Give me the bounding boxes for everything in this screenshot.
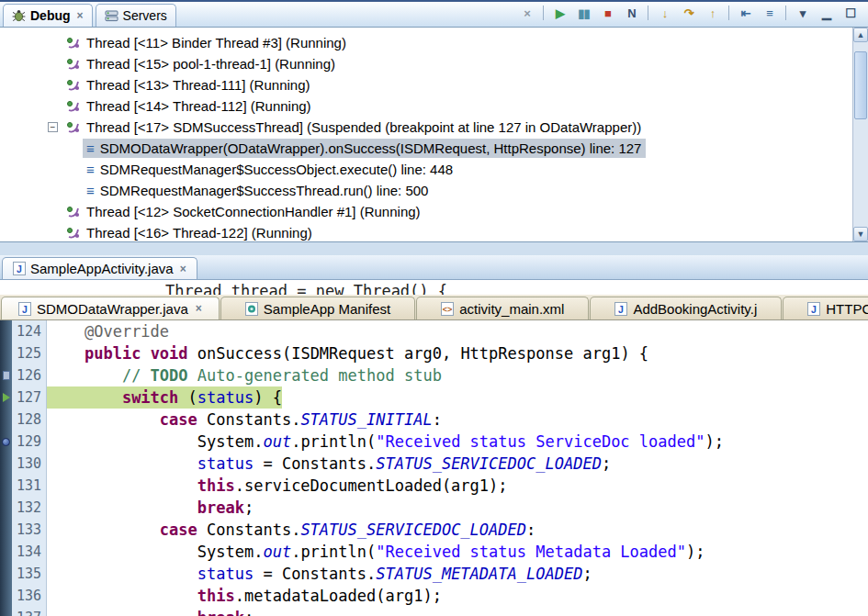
resume-icon: ▶ — [556, 7, 564, 19]
stack-frame-item[interactable]: ≡SDMODataWrapper(ODataWrapper).onSuccess… — [0, 138, 852, 159]
breakpoint-ruler-cell[interactable] — [0, 607, 12, 616]
editor-tab-addbookingactivity-j[interactable]: JAddBookingActivity.j — [590, 297, 782, 319]
breakpoint-ruler-cell[interactable] — [0, 320, 12, 342]
toggle-spacer — [46, 99, 61, 114]
close-icon[interactable]: × — [196, 302, 202, 315]
token: public — [85, 344, 141, 363]
code-text-cell[interactable]: status = Constants.STATUS_METADATA_LOADE… — [47, 563, 868, 585]
suspend-button[interactable]: ▮▮ — [573, 4, 594, 22]
view-tab-servers[interactable]: Servers — [96, 4, 176, 27]
code-text-cell[interactable]: this.serviceDocumentLoaded(arg1); — [47, 475, 868, 497]
token: Constants. — [197, 521, 301, 539]
view-tab-debug[interactable]: Debug× — [3, 4, 93, 27]
code-line-text: status = Constants.STATUS_METADATA_LOADE… — [47, 563, 592, 585]
collapse-toggle[interactable]: − — [48, 122, 58, 132]
instruction-pointer-icon — [3, 393, 10, 402]
breakpoint-ruler-cell[interactable] — [0, 585, 12, 607]
token: ; — [244, 498, 254, 517]
code-text-cell[interactable]: public void onSuccess(ISDMRequest arg0, … — [47, 342, 868, 364]
code-line: 127 switch (status) { — [0, 386, 868, 409]
debug-scrollbar[interactable]: ▲ ▼ — [852, 28, 868, 241]
code-line-text: System.out.println("Received status Meta… — [47, 541, 705, 563]
breakpoint-ruler-cell[interactable] — [0, 431, 12, 453]
breakpoint-ruler-cell[interactable] — [0, 497, 12, 519]
scrollbar-track[interactable] — [853, 42, 868, 227]
remove-all-terminated-button[interactable]: × — [516, 4, 537, 22]
use-step-filters-button[interactable]: ≡ — [759, 4, 780, 22]
editor-tab-httpodata[interactable]: JHTTPOData — [783, 297, 868, 319]
indent — [47, 454, 197, 473]
thread-item[interactable]: Thread [<14> Thread-112] (Running) — [0, 95, 852, 117]
token: .println( — [291, 432, 376, 451]
token: // — [122, 366, 151, 385]
thread-item[interactable]: Thread [<11> Binder Thread #3] (Running) — [0, 32, 852, 53]
token: ; — [602, 454, 611, 473]
scrollbar-thumb[interactable] — [854, 51, 867, 119]
code-text-cell[interactable]: case Constants.STATUS_SERVICEDOC_LOADED: — [47, 519, 868, 541]
close-icon[interactable]: × — [180, 263, 186, 275]
line-number: 131 — [12, 475, 47, 497]
svg-text:J: J — [811, 303, 817, 314]
breakpoint-ruler-cell[interactable] — [0, 453, 12, 475]
editor-tab-row: JSDMODataWrapper.java×SampleApp Manifest… — [0, 295, 868, 320]
breakpoint-ruler-cell[interactable] — [0, 386, 12, 409]
token: Auto-generated method stub — [188, 366, 442, 385]
code-text-cell[interactable]: break; — [47, 497, 868, 519]
scroll-down-button[interactable]: ▼ — [853, 227, 868, 241]
step-return-button[interactable]: ↑ — [702, 4, 723, 22]
editor-tab-sdmodatawrapper-java[interactable]: JSDMODataWrapper.java× — [1, 297, 220, 319]
breakpoint-ruler-cell[interactable] — [0, 475, 12, 497]
minimize-button[interactable]: ▁ — [816, 4, 837, 22]
breakpoint-ruler-cell[interactable] — [0, 563, 12, 585]
thread-item[interactable]: Thread [<16> Thread-122] (Running) — [0, 222, 852, 241]
disconnect-button[interactable]: N — [621, 4, 642, 22]
editor-tab-label: AddBookingActivity.j — [633, 301, 757, 317]
editor-tab-sampleapp-manifest[interactable]: SampleApp Manifest — [220, 297, 415, 319]
code-text-cell[interactable]: System.out.println("Received status Serv… — [47, 431, 868, 453]
scroll-up-button[interactable]: ▲ — [853, 28, 868, 42]
code-text-cell[interactable]: // TODO Auto-generated method stub — [47, 364, 868, 386]
tree-row-content: ≡SDMRequestManager$SuccessThread.run() l… — [83, 181, 433, 200]
view-menu-icon: ▾ — [800, 7, 806, 19]
indent — [47, 344, 85, 363]
resume-button[interactable]: ▶ — [549, 4, 570, 22]
token: .metadataLoaded(arg1); — [235, 587, 442, 605]
thread-icon — [66, 36, 81, 50]
step-over-button[interactable]: ↷ — [678, 4, 699, 22]
close-icon[interactable]: × — [77, 9, 84, 22]
view-menu-button[interactable]: ▾ — [792, 4, 813, 22]
breakpoint-ruler-cell[interactable] — [0, 541, 12, 563]
breakpoint-ruler-cell[interactable] — [0, 519, 12, 541]
code-text-cell[interactable]: switch (status) { — [47, 386, 868, 409]
editor-tab-top[interactable]: JSampleAppActivity.java× — [2, 257, 197, 279]
drop-to-frame-button[interactable]: ⇤ — [735, 4, 756, 22]
editor-tab-activity-main-xml[interactable]: <>activity_main.xml — [416, 297, 589, 319]
code-text-cell[interactable]: System.out.println("Received status Meta… — [47, 541, 868, 563]
thread-item[interactable]: −Thread [<17> SDMSuccessThread] (Suspend… — [0, 117, 852, 138]
token: switch — [122, 388, 178, 407]
toggle-spacer — [46, 205, 61, 219]
code-line: 125 public void onSuccess(ISDMRequest ar… — [0, 342, 868, 364]
code-text-cell[interactable]: @Override — [47, 320, 868, 342]
terminate-button[interactable]: ■ — [597, 4, 618, 22]
thread-item[interactable]: Thread [<15> pool-1-thread-1] (Running) — [0, 53, 852, 74]
code-text-cell[interactable]: status = Constants.STATUS_SERVICEDOC_LOA… — [47, 453, 868, 475]
code-text-cell[interactable]: this.metadataLoaded(arg1); — [47, 585, 868, 607]
stack-frame-item[interactable]: ≡SDMRequestManager$SuccessObject.execute… — [0, 159, 852, 180]
thread-item[interactable]: Thread [<12> SocketConnectionHandler #1]… — [0, 201, 852, 222]
maximize-button[interactable]: ☐ — [840, 4, 861, 22]
stack-frame-item[interactable]: ≡SDMRequestManager$SuccessThread.run() l… — [0, 180, 852, 201]
editor-tab-label: SDMODataWrapper.java — [37, 301, 188, 317]
breakpoint-ruler-cell[interactable] — [0, 409, 12, 431]
code-editor[interactable]: 124 @Override125 public void onSuccess(I… — [0, 320, 868, 616]
thread-item[interactable]: Thread [<13> Thread-111] (Running) — [0, 74, 852, 95]
minimize-icon: ▁ — [822, 7, 830, 19]
breakpoint-ruler-cell[interactable] — [0, 364, 12, 386]
step-into-button[interactable]: ↓ — [654, 4, 675, 22]
code-text-cell[interactable]: case Constants.STATUS_INITIAL: — [47, 409, 868, 431]
stack-frame-icon: ≡ — [86, 141, 95, 155]
code-text-cell[interactable]: break; — [47, 607, 868, 616]
breakpoint-ruler-cell[interactable] — [0, 342, 12, 364]
editor-content-sliver[interactable]: Thread thread = new Thread() { — [0, 280, 868, 295]
code-line: 124 @Override — [0, 320, 868, 342]
